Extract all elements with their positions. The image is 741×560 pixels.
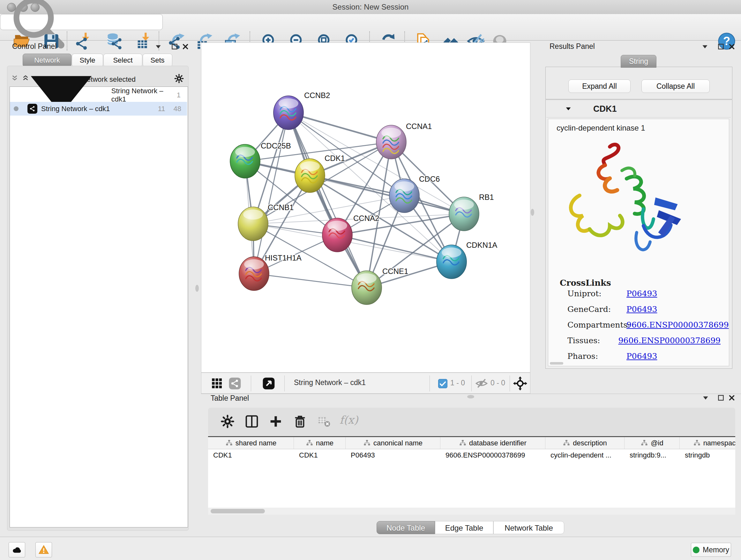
tab-select[interactable]: Select xyxy=(104,54,142,67)
table-panel-title: Table Panel xyxy=(211,394,249,402)
control-panel-menu-icon[interactable] xyxy=(154,43,162,51)
application-window: Session: New Session ? Control Panel xyxy=(0,0,741,560)
node-CCNE1[interactable]: CCNE1 xyxy=(352,267,408,305)
import-network-file-icon[interactable] xyxy=(75,32,93,51)
table-hscrollbar-thumb[interactable] xyxy=(211,509,265,513)
node-CCNA1[interactable]: CCNA1 xyxy=(376,122,432,159)
table-cell[interactable]: stringdb:9... xyxy=(630,451,666,459)
results-panel-menu-icon[interactable] xyxy=(701,43,709,51)
tab-edge-table[interactable]: Edge Table xyxy=(435,521,493,534)
column-header-canonical-name[interactable]: canonical name xyxy=(346,437,441,449)
crosslink-link[interactable]: P06493 xyxy=(626,352,657,361)
node-CDC6[interactable]: CDC6 xyxy=(389,175,440,212)
table-body: CDK1CDK1P064939606.ENSP00000378699cyclin… xyxy=(208,449,735,515)
table-panel-menu-icon[interactable] xyxy=(701,394,710,402)
table-panel-close-icon[interactable] xyxy=(728,394,736,402)
node-CCNB2[interactable]: CCNB2 xyxy=(273,91,330,130)
results-panel-float-icon[interactable] xyxy=(717,43,725,51)
expand-all-button[interactable]: Expand All xyxy=(568,79,630,93)
crosslink-label: Compartments: xyxy=(567,320,626,329)
network-tree-root-row[interactable]: String Network – cdk1 1 xyxy=(10,88,187,102)
node-CDKN1A[interactable]: CDKN1A xyxy=(436,241,497,279)
tab-sets[interactable]: Sets xyxy=(143,54,172,67)
crosslink-link[interactable]: P06493 xyxy=(626,289,657,298)
column-header-description[interactable]: description xyxy=(545,437,624,449)
table-cell[interactable]: P06493 xyxy=(351,451,375,459)
show-columns-icon[interactable] xyxy=(245,414,259,429)
network-options-gear-icon[interactable] xyxy=(174,73,184,84)
collapse-all-button[interactable]: Collapse All xyxy=(642,79,710,93)
table-cell[interactable]: 9606.ENSP00000378699 xyxy=(446,451,525,459)
table-cell[interactable]: cyclin-dependent ... xyxy=(550,451,611,459)
tab-network-table[interactable]: Network Table xyxy=(493,521,564,534)
status-bar: Memory xyxy=(0,537,741,560)
edge-CCNE1-HIST1H1A[interactable] xyxy=(254,273,367,288)
crosslink-row: Uniprot:P06493 xyxy=(567,289,721,298)
crosslink-row: Pharos:P06493 xyxy=(567,352,721,361)
cloud-status-button[interactable] xyxy=(9,542,25,557)
tab-string[interactable]: String xyxy=(621,55,657,68)
table-header-row: shared namenamecanonical namedatabase id… xyxy=(208,436,735,449)
node-label-CCNA2: CCNA2 xyxy=(353,214,379,223)
node-label-HIST1H1A: HIST1H1A xyxy=(265,253,301,262)
node-label-CDK1: CDK1 xyxy=(325,154,345,163)
network-collection-label: String Network – cdk1 xyxy=(111,87,177,104)
crosslink-link[interactable]: 9606.ENSP00000378699 xyxy=(626,320,729,329)
open-in-browser-icon[interactable] xyxy=(262,377,275,390)
table-cell[interactable]: stringdb xyxy=(685,451,710,459)
string-panel-icon[interactable] xyxy=(228,377,242,390)
node-label-CDC25B: CDC25B xyxy=(261,141,291,150)
warnings-button[interactable] xyxy=(36,542,52,557)
edge-CCNB2-CCNA1[interactable] xyxy=(288,113,391,142)
edge-CCNB2-HIST1H1A[interactable] xyxy=(254,113,288,273)
tab-node-table[interactable]: Node Table xyxy=(377,521,435,534)
import-network-database-icon[interactable] xyxy=(105,32,124,51)
column-header--id[interactable]: @id xyxy=(624,437,680,449)
birdseye-grid-icon[interactable] xyxy=(210,377,224,390)
search-input[interactable] xyxy=(69,15,162,29)
selected-indicator-checkbox[interactable] xyxy=(438,379,448,388)
column-header-shared-name[interactable]: shared name xyxy=(208,437,294,449)
network-tree xyxy=(10,86,188,527)
delete-column-icon[interactable] xyxy=(293,414,307,429)
node-label-CCNE1: CCNE1 xyxy=(382,267,408,275)
network-canvas[interactable]: CCNB2CCNA1CDC25BCDK1CDC6RB1CCNB1CCNA2CDK… xyxy=(201,43,530,373)
network-status-dot xyxy=(14,106,18,111)
crosslink-link[interactable]: 9606.ENSP00000378699 xyxy=(618,336,721,345)
create-column-icon[interactable] xyxy=(268,414,283,429)
collapse-entry-icon[interactable] xyxy=(565,105,572,112)
table-cell[interactable]: CDK1 xyxy=(299,451,318,459)
results-hscrollbar[interactable] xyxy=(550,362,563,365)
collapse-tree-icon[interactable] xyxy=(16,50,107,141)
table-panel-float-icon[interactable] xyxy=(717,394,725,402)
crosslink-label: Uniprot: xyxy=(567,289,626,298)
gene-entry-header[interactable]: CDK1 xyxy=(546,101,731,118)
edge-CCNA2-CDKN1A[interactable] xyxy=(337,235,452,262)
control-panel-close-icon[interactable] xyxy=(181,43,190,51)
memory-button[interactable]: Memory xyxy=(691,543,731,557)
network-tree-row-selected[interactable]: String Network – cdk1 11 48 xyxy=(10,102,187,116)
node-HIST1H1A[interactable]: HIST1H1A xyxy=(239,253,301,291)
left-splitter-handle[interactable] xyxy=(195,285,199,292)
node-CDK1[interactable]: CDK1 xyxy=(295,154,345,192)
share-glyph-icon xyxy=(29,105,36,112)
search-box[interactable] xyxy=(0,14,163,30)
birdseye-navigator-icon[interactable] xyxy=(513,376,528,391)
control-panel-float-icon[interactable] xyxy=(171,43,179,51)
node-RB1[interactable]: RB1 xyxy=(449,193,494,231)
table-options-gear-icon[interactable] xyxy=(220,414,235,429)
column-header-name[interactable]: name xyxy=(294,437,346,449)
column-header-database-identifier[interactable]: database identifier xyxy=(441,437,545,449)
node-label-CDKN1A: CDKN1A xyxy=(466,241,497,249)
network-graph[interactable]: CCNB2CCNA1CDC25BCDK1CDC6RB1CCNB1CCNA2CDK… xyxy=(201,43,530,372)
import-table-icon[interactable] xyxy=(135,32,153,51)
column-header-namespace[interactable]: namespace xyxy=(680,437,735,449)
node-CDC25B[interactable]: CDC25B xyxy=(230,141,291,178)
results-panel-title: Results Panel xyxy=(549,42,595,51)
results-panel-close-icon[interactable] xyxy=(728,43,736,51)
right-splitter-handle[interactable] xyxy=(531,209,534,216)
crosslink-link[interactable]: P06493 xyxy=(626,305,657,314)
node-CCNB1[interactable]: CCNB1 xyxy=(238,203,293,241)
table-cell[interactable]: CDK1 xyxy=(213,451,232,459)
crosslinks-list: Uniprot:P06493GeneCard:P06493Compartment… xyxy=(567,289,721,367)
